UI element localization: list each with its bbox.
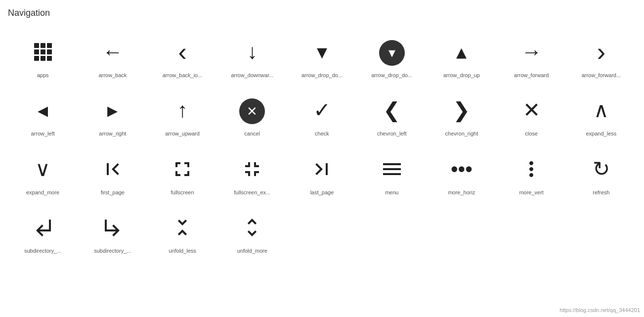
arrow_drop_down_circle-icon: ▾ [379,40,405,66]
icon-item-menu[interactable]: menu [357,147,427,202]
icon-item-fullscreen_exit[interactable]: fullscreen_ex... [217,147,287,202]
expand_more-icon: ∨ [35,155,50,183]
check-label: check [315,130,329,137]
more_horiz-icon: ••• [451,155,472,183]
arrow_drop_up-label: arrow_drop_up [443,72,480,79]
icon-item-chevron_right[interactable]: ❯chevron_right [427,89,496,143]
chevron_right-label: chevron_right [445,130,478,137]
icon-item-expand_more[interactable]: ∨expand_more [8,147,78,202]
arrow_drop_down-label: arrow_drop_do... [301,72,343,79]
icon-item-arrow_downward[interactable]: ↓arrow_downwar... [217,30,287,85]
icon-item-first_page[interactable]: first_page [78,147,147,202]
icon-item-arrow_drop_down[interactable]: ▾arrow_drop_do... [287,30,357,85]
icon-item-arrow_forward_ios[interactable]: ›arrow_forward... [566,30,636,85]
subdirectory_arrow_left-label: subdirectory_... [24,247,61,254]
close-label: close [525,130,538,137]
icon-item-arrow_forward[interactable]: →arrow_forward [497,30,566,85]
more_horiz-label: more_horiz [448,189,475,196]
arrow_downward-icon: ↓ [247,38,258,66]
arrow_upward-label: arrow_upward [165,130,200,137]
unfold_more-label: unfold_more [237,247,267,254]
check-icon: ✓ [313,96,331,124]
close-icon: ✕ [523,96,540,124]
expand_more-label: expand_more [26,189,59,196]
arrow_left-icon: ◂ [38,96,48,124]
arrow_upward-icon: ↑ [177,96,188,124]
cancel-label: cancel [244,130,260,137]
icon-item-subdirectory_arrow_left[interactable]: subdirectory_... [8,206,78,260]
arrow_forward-label: arrow_forward [514,72,549,79]
icon-item-arrow_drop_down_circle[interactable]: ▾arrow_drop_do... [357,30,427,85]
unfold_less-icon [171,214,194,241]
icon-item-arrow_upward[interactable]: ↑arrow_upward [147,89,217,143]
arrow_drop_down_circle-label: arrow_drop_do... [371,72,412,79]
arrow_back-label: arrow_back [98,72,127,79]
expand_less-label: expand_less [586,130,616,137]
arrow_downward-label: arrow_downwar... [231,72,273,79]
arrow_drop_up-icon: ▴ [456,38,467,66]
fullscreen_exit-label: fullscreen_ex... [234,189,270,196]
arrow_left-label: arrow_left [31,130,54,137]
menu-icon [380,155,404,183]
arrow_right-label: arrow_right [99,130,126,137]
icon-item-cancel[interactable]: ✕cancel [217,89,287,143]
subdirectory_arrow_right-label: subdirectory_... [94,247,131,254]
icon-item-more_horiz[interactable]: •••more_horiz [427,147,496,202]
icon-item-chevron_left[interactable]: ❮chevron_left [357,89,427,143]
menu-label: menu [385,189,399,196]
fullscreen_exit-icon [240,155,264,183]
refresh-label: refresh [593,189,609,196]
arrow_forward_ios-icon: › [597,38,605,66]
subdirectory_arrow_right-icon [101,214,125,241]
icon-item-unfold_less[interactable]: unfold_less [147,206,217,260]
icon-item-last_page[interactable]: last_page [287,147,357,202]
icon-item-arrow_left[interactable]: ◂arrow_left [8,89,78,143]
first_page-label: first_page [101,189,125,196]
refresh-icon: ↻ [593,155,610,183]
cancel-icon: ✕ [239,98,265,124]
chevron_left-label: chevron_left [377,130,407,137]
more_vert-icon [519,155,543,183]
apps-label: apps [37,72,49,79]
last_page-label: last_page [310,189,334,196]
icon-item-unfold_more[interactable]: unfold_more [217,206,287,260]
chevron_right-icon: ❯ [453,96,470,124]
arrow_drop_down-icon: ▾ [317,38,327,66]
more_vert-label: more_vert [519,189,544,196]
icon-item-arrow_right[interactable]: ▸arrow_right [78,89,147,143]
icon-item-arrow_back[interactable]: ←arrow_back [78,30,147,85]
icon-item-arrow_drop_up[interactable]: ▴arrow_drop_up [427,30,496,85]
fullscreen-label: fullscreen [171,189,194,196]
arrow_right-icon: ▸ [107,96,118,124]
arrow_back_ios-icon: ‹ [178,38,186,66]
last_page-icon [310,155,334,183]
icon-item-apps[interactable]: apps [8,30,78,85]
fullscreen-icon [171,155,194,183]
expand_less-icon: ∧ [594,96,609,124]
icon-item-close[interactable]: ✕close [497,89,566,143]
icon-item-check[interactable]: ✓check [287,89,357,143]
arrow_forward_ios-label: arrow_forward... [582,72,621,79]
unfold_more-icon [240,214,264,241]
apps-icon [34,38,52,66]
icon-grid: apps←arrow_back‹arrow_back_io...↓arrow_d… [8,30,636,260]
icon-item-subdirectory_arrow_right[interactable]: subdirectory_... [78,206,147,260]
icon-item-arrow_back_ios[interactable]: ‹arrow_back_io... [147,30,217,85]
arrow_back-icon: ← [102,38,123,66]
subdirectory_arrow_left-icon [31,214,55,241]
page-title: Navigation [8,8,636,18]
icon-item-refresh[interactable]: ↻refresh [566,147,636,202]
arrow_forward-icon: → [521,38,542,66]
unfold_less-label: unfold_less [169,247,196,254]
arrow_back_ios-label: arrow_back_io... [163,72,203,79]
icon-item-fullscreen[interactable]: fullscreen [147,147,217,202]
first_page-icon [101,155,125,183]
chevron_left-icon: ❮ [383,96,400,124]
icon-item-more_vert[interactable]: more_vert [497,147,566,202]
icon-item-expand_less[interactable]: ∧expand_less [566,89,636,143]
